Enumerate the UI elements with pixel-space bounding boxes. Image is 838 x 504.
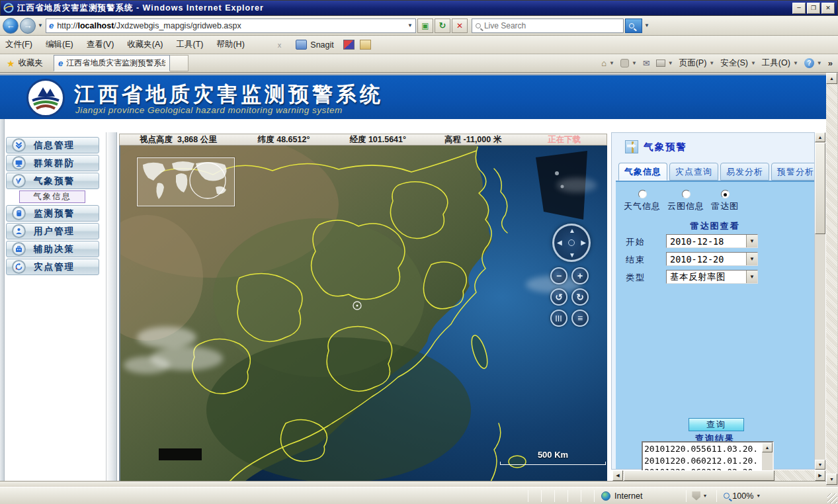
sidebar-item-monitor-warning[interactable]: 监测预警 — [6, 205, 99, 222]
search-go-button[interactable] — [625, 19, 642, 33]
sidebar-item-decision-support[interactable]: 辅助决策 — [6, 241, 99, 257]
panel-hscroll-thumb[interactable] — [624, 470, 775, 481]
pan-up-icon[interactable]: ▲ — [569, 227, 575, 234]
panel-horizontal-scrollbar[interactable]: ◀ ▶ — [612, 470, 825, 481]
resize-grip[interactable] — [827, 493, 837, 503]
query-button[interactable]: 查询 — [689, 418, 744, 431]
safety-dropdown-icon[interactable]: ▼ — [751, 60, 756, 66]
snagit-label[interactable]: Snagit — [310, 40, 333, 50]
zoom-in-button[interactable]: + — [571, 267, 589, 284]
panel-vertical-scrollbar[interactable]: ▲ ▼ — [815, 132, 825, 470]
mail-icon[interactable]: ✉ — [643, 58, 650, 68]
stop-button[interactable]: ✕ — [452, 19, 468, 33]
page-scroll-down-icon[interactable]: ▼ — [826, 474, 837, 485]
snagit-settings-icon[interactable] — [360, 40, 371, 50]
toolbar-close-icon[interactable]: x — [278, 41, 282, 49]
snagit-capture-icon[interactable] — [343, 40, 355, 50]
layers-button[interactable]: ≡ — [571, 310, 589, 327]
radio-icon[interactable] — [682, 190, 691, 198]
maximize-button[interactable]: ❐ — [807, 3, 820, 14]
rotate-ccw-button[interactable]: ↺ — [550, 288, 567, 306]
zoom-out-button[interactable]: − — [550, 267, 567, 284]
menu-file[interactable]: 文件(F) — [5, 39, 32, 50]
type-select[interactable]: 基本反射率图 ▼ — [666, 270, 758, 284]
menu-tools[interactable]: 工具(T) — [176, 39, 203, 50]
pan-left-icon[interactable]: ◀ — [557, 239, 562, 246]
snagit-icon[interactable] — [296, 40, 307, 50]
protected-mode-dropdown-icon[interactable]: ▼ — [702, 493, 707, 498]
panel-scroll-thumb[interactable] — [815, 143, 825, 234]
history-dropdown-icon[interactable]: ▼ — [38, 22, 43, 28]
page-vertical-scrollbar[interactable]: ▲ ▼ — [826, 73, 837, 485]
sidebar-item-weather-warning[interactable]: 气象预警 — [6, 173, 99, 189]
close-button[interactable]: ✕ — [821, 3, 835, 14]
pan-right-icon[interactable]: ▶ — [581, 239, 586, 246]
radio-icon-checked[interactable] — [721, 190, 730, 198]
home-icon[interactable]: ⌂ — [601, 58, 607, 68]
page-dropdown-icon[interactable]: ▼ — [709, 60, 714, 66]
end-dropdown-icon[interactable]: ▼ — [746, 253, 757, 265]
start-date-select[interactable]: 2010-12-18 ▼ — [666, 234, 758, 248]
help-icon[interactable]: ? — [804, 58, 814, 68]
result-item[interactable]: 20101220.055611.03.20. — [644, 443, 761, 455]
tab-hazard-query[interactable]: 灾点查询 — [669, 163, 718, 181]
favorites-button[interactable]: ★ 收藏夹 — [0, 56, 50, 71]
zoom-dropdown-icon[interactable]: ▼ — [756, 493, 761, 498]
pan-compass[interactable]: ▲ ▼ ◀ ▶ — [552, 224, 591, 262]
search-input[interactable] — [484, 21, 620, 30]
radio-icon[interactable] — [638, 190, 647, 198]
type-dropdown-icon[interactable]: ▼ — [746, 271, 757, 283]
url-dropdown-icon[interactable]: ▼ — [407, 22, 413, 28]
print-dropdown-icon[interactable]: ▼ — [668, 60, 673, 66]
globe-map-viewport[interactable]: ▲ ▼ ◀ ▶ − + ↺ ↻ ||| ≡ 500 Km — [119, 146, 607, 482]
overview-map-inset[interactable] — [137, 157, 235, 206]
rotate-cw-button[interactable]: ↻ — [571, 288, 589, 306]
tools-dropdown-icon[interactable]: ▼ — [793, 60, 798, 66]
start-dropdown-icon[interactable]: ▼ — [746, 235, 757, 247]
tools-menu[interactable]: 工具(O) — [762, 58, 790, 69]
menu-view[interactable]: 查看(V) — [87, 39, 114, 50]
panel-scroll-right-icon[interactable]: ▶ — [815, 470, 825, 481]
page-scroll-up-icon[interactable]: ▲ — [826, 73, 837, 84]
refresh-button[interactable]: ↻ — [435, 19, 450, 33]
pan-down-icon[interactable]: ▼ — [569, 251, 575, 259]
tilt-button[interactable]: ||| — [550, 310, 567, 327]
safety-menu[interactable]: 安全(S) — [720, 58, 748, 69]
panel-scroll-left-icon[interactable]: ◀ — [612, 470, 623, 481]
radio-cloud-image[interactable]: 云图信息 — [667, 190, 704, 212]
compatibility-view-button[interactable]: ▣ — [417, 19, 433, 33]
feeds-dropdown-icon[interactable]: ▼ — [632, 60, 637, 66]
radio-radar-image[interactable]: 雷达图 — [711, 190, 739, 212]
home-dropdown-icon[interactable]: ▼ — [609, 60, 614, 66]
sidebar-item-group-prevention[interactable]: 群策群防 — [6, 155, 99, 171]
sidebar-item-info-management[interactable]: 信息管理 — [6, 137, 99, 153]
protected-mode-icon[interactable] — [692, 491, 700, 501]
tab-warning-analysis[interactable]: 预警分析 — [771, 163, 814, 181]
sidebar-item-user-management[interactable]: 用户管理 — [6, 223, 99, 239]
result-item[interactable]: 20101220.060212.01.20. — [644, 455, 761, 467]
menu-edit[interactable]: 编辑(E) — [46, 39, 73, 50]
scroll-up-icon[interactable]: ▲ — [762, 442, 773, 452]
overflow-chevron-icon[interactable]: » — [828, 58, 833, 68]
sidebar-subitem-weather-info[interactable]: 气象信息 — [19, 190, 85, 203]
menu-help[interactable]: 帮助(H) — [216, 39, 244, 50]
print-icon[interactable] — [656, 60, 665, 67]
new-tab-stub[interactable] — [170, 55, 189, 71]
panel-scroll-up-icon[interactable]: ▲ — [815, 132, 825, 142]
end-date-select[interactable]: 2010-12-20 ▼ — [666, 252, 758, 266]
panel-scroll-down-icon[interactable]: ▼ — [815, 460, 825, 470]
menu-favorites[interactable]: 收藏夹(A) — [127, 39, 163, 50]
help-dropdown-icon[interactable]: ▼ — [817, 60, 822, 66]
radio-weather-info[interactable]: 天气信息 — [624, 190, 661, 212]
back-button[interactable]: ← — [3, 18, 19, 34]
address-input[interactable]: e http://localhost/Jxdzwebgis_mapgis/gri… — [46, 19, 416, 33]
page-menu[interactable]: 页面(P) — [679, 58, 707, 69]
live-search-box[interactable] — [472, 19, 624, 33]
search-options-dropdown-icon[interactable]: ▼ — [644, 22, 649, 28]
sidebar-item-hazard-point-management[interactable]: 灾点管理 — [6, 259, 99, 275]
zoom-control[interactable]: 100% ▼ — [717, 491, 761, 501]
tab-susceptibility-analysis[interactable]: 易发分析 — [720, 163, 769, 181]
tab-weather-info[interactable]: 气象信息 — [618, 163, 667, 181]
feeds-icon[interactable] — [620, 59, 629, 67]
forward-button[interactable]: → — [20, 18, 36, 34]
